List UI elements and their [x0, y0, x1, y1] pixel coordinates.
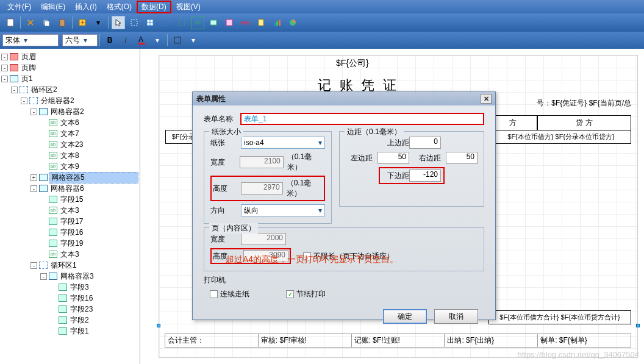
expand-icon[interactable]: - — [21, 98, 27, 104]
italic-button[interactable]: I — [119, 34, 132, 47]
ok-button[interactable]: 确定 — [383, 309, 427, 324]
expand-icon[interactable]: - — [30, 109, 37, 115]
svg-rect-11 — [179, 20, 185, 26]
border-dropdown[interactable]: ▾ — [187, 34, 200, 47]
svg-rect-12 — [210, 20, 216, 25]
width-label: 宽度 — [210, 157, 240, 168]
node-label: 网格容器6 — [49, 184, 138, 194]
tool-container[interactable] — [159, 16, 173, 29]
page-width-label: 宽度 — [210, 234, 241, 244]
menu-item[interactable]: 格式(O) — [102, 1, 137, 13]
node-icon: ab — [49, 119, 57, 126]
margin-bottom-input[interactable]: -120 — [409, 170, 441, 182]
dialog-titlebar[interactable]: 表单属性 ✕ — [193, 92, 495, 105]
tree-node[interactable]: ab文本23 — [1, 139, 138, 150]
tool-group[interactable] — [175, 16, 188, 29]
tree-node[interactable]: ab文本6 — [1, 117, 138, 128]
tree-node[interactable]: -页1 — [1, 73, 138, 84]
menu-item[interactable]: 视图(V) — [171, 1, 206, 13]
tool-new[interactable] — [4, 16, 17, 29]
color-dropdown[interactable]: ▾ — [151, 34, 164, 47]
expand-icon[interactable]: - — [11, 87, 18, 93]
tool-text[interactable]: ab — [191, 16, 204, 29]
tree-node[interactable]: 字段15 — [1, 194, 138, 205]
bold-button[interactable]: B — [103, 34, 116, 47]
tree-node[interactable]: 字段17 — [1, 216, 138, 227]
tree-node[interactable]: -网格容器6 — [1, 183, 138, 194]
svg-rect-10 — [163, 20, 169, 26]
menu-item[interactable]: 编辑(E) — [36, 1, 70, 13]
continuous-checkbox[interactable] — [210, 290, 218, 298]
tool-paste[interactable] — [55, 16, 69, 29]
expand-icon[interactable]: - — [30, 262, 37, 269]
tree-node[interactable]: -页脚 — [1, 62, 138, 73]
expand-icon[interactable]: - — [1, 54, 8, 60]
name-input[interactable]: 表单_1 — [240, 113, 484, 125]
tool-dropdown[interactable]: ▾ — [91, 16, 105, 29]
node-icon — [20, 86, 28, 93]
page-width-input[interactable]: 2000 — [241, 233, 286, 245]
form-properties-dialog: 表单属性 ✕ 表单名称 表单_1 纸张大小 纸张 iso-a4▾ 宽度 2100… — [192, 91, 496, 320]
tree-node[interactable]: ab文本7 — [1, 128, 138, 139]
node-label: 分组容器2 — [40, 96, 138, 106]
expand-icon[interactable]: + — [30, 174, 37, 181]
tree-node[interactable]: -页眉 — [1, 51, 138, 62]
tool-grid[interactable] — [143, 16, 157, 29]
savepaper-checkbox[interactable]: ✓ — [286, 290, 294, 298]
main-toolbar: + ▾ ab x+y — [0, 13, 644, 32]
height-input[interactable]: 2970 — [241, 182, 283, 194]
expand-icon[interactable]: - — [40, 273, 47, 280]
tool-field[interactable] — [207, 16, 220, 29]
tree-node[interactable]: ab文本3 — [1, 205, 138, 216]
tool-xy[interactable]: x+y — [238, 16, 252, 29]
tool-cut[interactable] — [24, 16, 37, 29]
tool-var[interactable] — [254, 16, 268, 29]
tree-node[interactable]: ab文本8 — [1, 150, 138, 161]
tree-node[interactable]: 字段19 — [1, 238, 138, 249]
tree-node[interactable]: -网格容器2 — [1, 106, 138, 117]
expand-icon[interactable]: - — [1, 65, 8, 71]
dir-select[interactable]: 纵向▾ — [241, 204, 325, 216]
svg-rect-13 — [226, 20, 232, 26]
tree-node[interactable]: -分组容器2 — [1, 95, 138, 106]
tree-node[interactable]: 字段3 — [1, 282, 138, 293]
size-combo[interactable]: 六号▾ — [62, 34, 98, 46]
node-label: 循环区1 — [49, 260, 138, 271]
tree-node[interactable]: -网格容器3 — [1, 271, 138, 282]
tool-pointer[interactable] — [112, 16, 125, 29]
th-debit: 方 — [488, 115, 537, 130]
menu-item[interactable]: 文件(F) — [2, 1, 36, 13]
tree-node[interactable]: -循环区2 — [1, 84, 138, 95]
tree-node[interactable]: ab文本3 — [1, 249, 138, 260]
tree-node[interactable]: -循环区1 — [1, 260, 138, 271]
tree-node[interactable]: 字段16 — [1, 293, 138, 304]
tree-node[interactable]: ab文本9 — [1, 161, 138, 172]
tree-node[interactable]: 字段2 — [1, 315, 138, 326]
tool-add[interactable]: + — [76, 16, 89, 29]
expand-icon[interactable]: - — [30, 185, 37, 192]
font-color-button[interactable]: A — [135, 34, 148, 47]
tree-node[interactable]: 字段1 — [1, 326, 138, 337]
font-combo[interactable]: 宋体▾ — [2, 34, 59, 46]
node-icon — [59, 327, 67, 335]
tree-node[interactable]: 字段23 — [1, 304, 138, 315]
menu-item[interactable]: 数据(D) — [137, 1, 171, 13]
width-input[interactable]: 2100 — [240, 156, 284, 168]
tool-image[interactable] — [223, 16, 236, 29]
tool-pie[interactable] — [286, 16, 299, 29]
close-icon[interactable]: ✕ — [481, 94, 492, 104]
outline-tree[interactable]: -页眉-页脚-页1-循环区2-分组容器2-网格容器2ab文本6ab文本7ab文本… — [0, 49, 140, 364]
menu-item[interactable]: 插入(I) — [70, 1, 101, 13]
margin-right-input[interactable]: 50 — [446, 152, 478, 164]
tool-select[interactable] — [127, 16, 141, 29]
cancel-button[interactable]: 取消 — [434, 309, 478, 324]
margin-top-input[interactable]: 0 — [409, 137, 441, 149]
paper-select[interactable]: iso-a4▾ — [241, 137, 325, 149]
tree-node[interactable]: 字段16 — [1, 227, 138, 238]
tool-chart[interactable] — [270, 16, 284, 29]
border-button[interactable] — [171, 34, 184, 47]
expand-icon[interactable]: - — [1, 76, 8, 82]
margin-left-input[interactable]: 50 — [377, 152, 409, 164]
tree-node[interactable]: +网格容器5 — [1, 172, 138, 183]
tool-copy[interactable] — [40, 16, 53, 29]
